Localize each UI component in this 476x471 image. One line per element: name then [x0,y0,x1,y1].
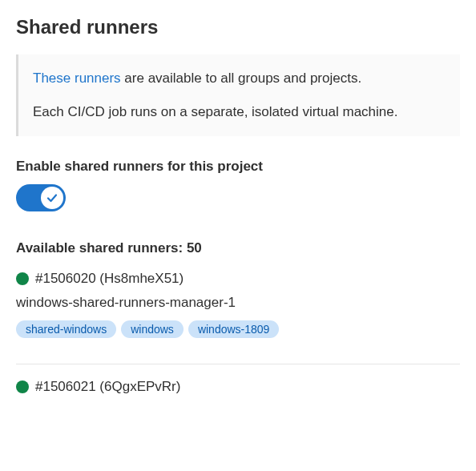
enable-shared-runners-toggle[interactable] [16,184,66,211]
runner-tag[interactable]: windows [121,320,184,338]
info-line-2: Each CI/CD job runs on a separate, isola… [33,104,446,120]
available-runners-label: Available shared runners: 50 [16,240,460,256]
page-title: Shared runners [16,16,460,38]
runner-tags: shared-windows windows windows-1809 [16,320,460,338]
info-line-1-rest: are available to all groups and projects… [121,70,362,86]
runner-id[interactable]: #1506020 (Hs8mheX51) [35,271,184,287]
info-banner: These runners are available to all group… [16,54,460,136]
runner-header: #1506020 (Hs8mheX51) [16,271,460,287]
these-runners-link[interactable]: These runners [33,70,121,86]
toggle-knob [41,187,63,209]
status-dot-icon [16,380,29,393]
runner-id[interactable]: #1506021 (6QgxEPvRr) [35,379,180,395]
runner-divider [16,364,460,364]
check-icon [46,191,58,204]
available-prefix: Available shared runners: [16,240,187,256]
available-count: 50 [187,240,202,256]
info-line-1: These runners are available to all group… [33,70,446,87]
runner-item: #1506020 (Hs8mheX51) windows-shared-runn… [16,271,460,349]
runner-tag[interactable]: shared-windows [16,320,116,338]
runner-tag[interactable]: windows-1809 [188,320,280,338]
runner-item: #1506021 (6QgxEPvRr) [16,379,460,414]
enable-shared-runners-label: Enable shared runners for this project [16,159,460,175]
runner-description: windows-shared-runners-manager-1 [16,295,460,311]
runner-header: #1506021 (6QgxEPvRr) [16,379,460,395]
status-dot-icon [16,272,29,285]
